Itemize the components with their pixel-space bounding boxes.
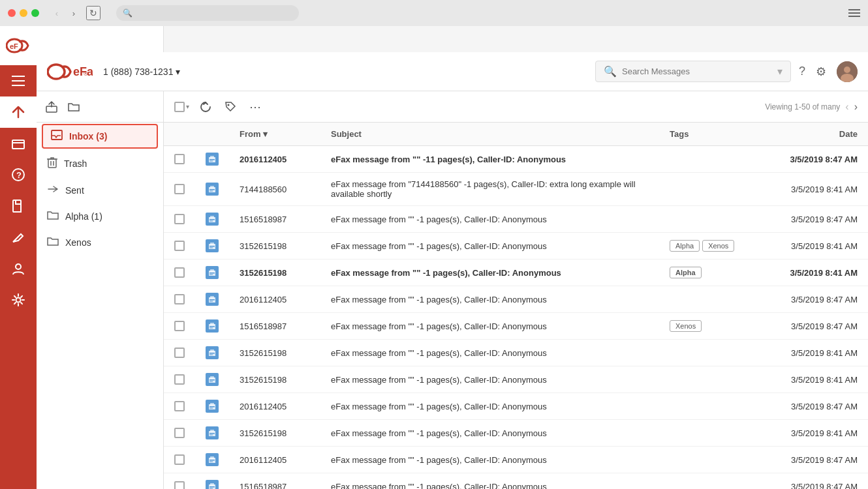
row-date: 3/5/2019 8:47 AM [764, 393, 868, 420]
table-row[interactable]: 3152615198 eFax message from "" -1 pages… [164, 366, 868, 393]
row-from: 2016112405 [229, 286, 320, 313]
table-row[interactable]: 1516518987 eFax message from "" -1 pages… [164, 473, 868, 490]
row-checkbox[interactable] [174, 374, 185, 385]
sidebar-item-xenos[interactable]: Xenos [37, 230, 163, 256]
col-header-icon [195, 123, 229, 146]
row-checkbox[interactable] [174, 321, 185, 331]
nav-settings-icon[interactable] [0, 284, 37, 316]
forward-button[interactable]: › [67, 6, 81, 20]
row-date: 3/5/2019 8:41 AM [764, 173, 868, 206]
nav-help-icon[interactable]: ? [0, 159, 37, 190]
row-checkbox[interactable] [174, 214, 185, 224]
checkbox[interactable] [174, 102, 185, 112]
row-checkbox[interactable] [174, 481, 185, 489]
row-from: 1516518987 [229, 313, 320, 340]
tag-button[interactable] [222, 98, 239, 115]
row-checkbox[interactable] [174, 294, 185, 304]
row-checkbox[interactable] [174, 401, 185, 411]
refresh-messages-button[interactable] [197, 98, 214, 115]
row-checkbox[interactable] [174, 348, 185, 358]
svg-rect-35 [209, 246, 215, 247]
browser-menu-button[interactable] [848, 9, 860, 17]
fax-icon [206, 426, 219, 439]
row-tags: AlphaXenos [659, 233, 764, 259]
table-row[interactable]: 2016112405 eFax message from "" -1 pages… [164, 393, 868, 420]
traffic-lights [8, 9, 39, 17]
back-button[interactable]: ‹ [50, 6, 64, 20]
svg-rect-67 [209, 460, 215, 461]
help-icon[interactable]: ? [799, 65, 805, 78]
table-row[interactable]: 3152615198 eFax message from "" -1 pages… [164, 259, 868, 286]
minimize-button[interactable] [20, 9, 27, 17]
row-subject: eFax message from "7144188560" -1 pages(… [320, 173, 659, 206]
nav-inbox-icon[interactable] [0, 128, 37, 159]
table-row[interactable]: 3152615198 eFax message from "" -1 pages… [164, 233, 868, 259]
row-checkbox[interactable] [174, 454, 185, 465]
upload-button[interactable] [43, 98, 60, 115]
folder-button[interactable] [65, 99, 82, 115]
nav-hamburger-button[interactable] [0, 65, 37, 96]
search-dropdown-icon[interactable]: ▾ [777, 65, 783, 78]
table-row[interactable]: 2016112405 eFax message from "" -11 page… [164, 146, 868, 173]
search-input[interactable] [622, 67, 772, 76]
row-fax-icon-cell [195, 259, 229, 286]
row-tags [659, 173, 764, 206]
nav-send-fax-icon[interactable] [0, 96, 37, 128]
table-row[interactable]: 1516518987 eFax message from "" -1 pages… [164, 206, 868, 233]
titlebar: ‹ › ↻ 🔍 [0, 0, 868, 26]
svg-text:®: ® [84, 70, 88, 77]
sent-icon [47, 184, 59, 197]
search-icon: 🔍 [123, 8, 132, 18]
row-checkbox[interactable] [174, 184, 185, 194]
more-options-button[interactable]: ⋯ [247, 97, 265, 117]
nav-contacts-icon[interactable] [0, 253, 37, 284]
svg-rect-22 [210, 156, 214, 158]
svg-rect-54 [210, 376, 214, 379]
row-from: 3152615198 [229, 420, 320, 447]
close-button[interactable] [8, 9, 16, 17]
maximize-button[interactable] [31, 9, 39, 17]
settings-icon[interactable]: ⚙ [816, 65, 826, 79]
phone-number[interactable]: 1 (888) 738-1231 ▾ [103, 67, 180, 77]
row-date: 3/5/2019 8:47 AM [764, 206, 868, 233]
svg-text:eF: eF [10, 42, 18, 50]
svg-point-15 [844, 67, 850, 73]
table-row[interactable]: 1516518987 eFax message from "" -1 pages… [164, 313, 868, 340]
sidebar-item-trash[interactable]: Trash [37, 150, 163, 177]
nav-sign-icon[interactable] [0, 222, 37, 253]
viewing-text: Viewing 1-50 of many [765, 102, 840, 111]
row-fax-icon-cell [195, 173, 229, 206]
row-checkbox-cell [164, 393, 195, 420]
svg-text:?: ? [16, 170, 22, 180]
svg-rect-8 [13, 200, 21, 212]
row-tags [659, 146, 764, 173]
svg-rect-71 [209, 486, 215, 488]
avatar[interactable] [837, 61, 858, 82]
sidebar-item-alpha[interactable]: Alpha (1) [37, 203, 163, 230]
prev-page-button[interactable]: ‹ [845, 101, 848, 113]
select-all-checkbox[interactable]: ▾ [174, 102, 189, 112]
address-bar[interactable]: 🔍 [116, 5, 299, 21]
table-row[interactable]: 7144188560 eFax message from "7144188560… [164, 173, 868, 206]
sidebar-item-sent[interactable]: Sent [37, 177, 163, 203]
table-row[interactable]: 3152615198 eFax message from "" -1 pages… [164, 340, 868, 366]
refresh-button[interactable]: ↻ [86, 6, 101, 20]
fax-icon [206, 400, 219, 413]
col-header-from[interactable]: From ▾ [229, 123, 320, 146]
search-bar[interactable]: 🔍 ▾ [595, 61, 791, 82]
row-checkbox[interactable] [174, 267, 185, 278]
xenos-folder-icon [47, 236, 59, 249]
table-row[interactable]: 3152615198 eFax message from "" -1 pages… [164, 420, 868, 447]
table-row[interactable]: 2016112405 eFax message from "" -1 pages… [164, 286, 868, 313]
sidebar-item-inbox[interactable]: Inbox (3) [42, 124, 158, 149]
row-checkbox[interactable] [174, 154, 185, 164]
row-checkbox[interactable] [174, 428, 185, 438]
next-page-button[interactable]: › [854, 101, 858, 113]
svg-rect-52 [209, 355, 213, 355]
nav-documents-icon[interactable] [0, 190, 37, 222]
message-table: From ▾ Subject Tags Date [164, 123, 868, 489]
row-tags [659, 206, 764, 233]
row-checkbox[interactable] [174, 241, 185, 251]
checkbox-dropdown-icon[interactable]: ▾ [186, 103, 189, 110]
table-row[interactable]: 2016112405 eFax message from "" -1 pages… [164, 447, 868, 473]
